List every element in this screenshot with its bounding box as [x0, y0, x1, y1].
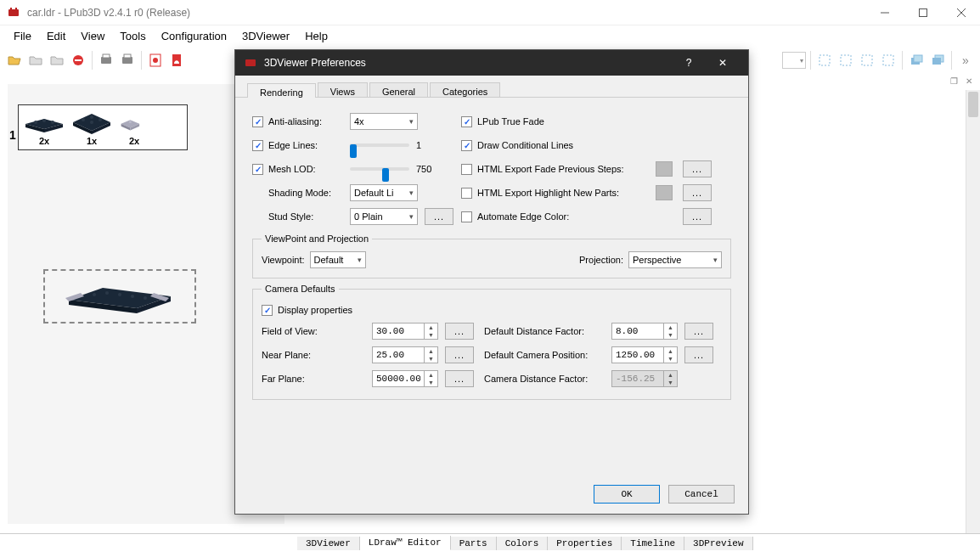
vertical-scrollbar[interactable]	[966, 90, 980, 533]
tab-general[interactable]: General	[369, 82, 428, 97]
fov-dots[interactable]: ...	[445, 323, 474, 340]
display-properties-checkbox[interactable]	[262, 305, 273, 316]
svg-rect-18	[883, 55, 893, 65]
anti-aliasing-select[interactable]: 4x	[350, 113, 418, 130]
tab-categories[interactable]: Categories	[430, 82, 500, 97]
edge-lines-value: 1	[416, 140, 421, 150]
tab-3dpreview[interactable]: 3DPreview	[684, 537, 752, 550]
dialog-body: Anti-aliasing: 4x LPub True Fade Edge Li…	[235, 98, 748, 417]
close-file-icon[interactable]	[48, 51, 66, 70]
tab-colors[interactable]: Colors	[497, 537, 549, 550]
dcp-dots[interactable]: ...	[684, 346, 713, 363]
fov-label: Field of View:	[262, 326, 372, 336]
pdf-export-icon[interactable]	[167, 51, 186, 70]
svg-rect-36	[245, 59, 256, 66]
stud-style-dots[interactable]: ...	[425, 208, 453, 225]
html-fade-prev-checkbox[interactable]	[461, 164, 472, 175]
menu-configuration[interactable]: Configuration	[155, 28, 234, 44]
html-highlight-label: HTML Export Highlight New Parts:	[477, 188, 656, 198]
html-highlight-dots[interactable]: ...	[683, 184, 712, 201]
print-preview-icon[interactable]	[97, 51, 115, 70]
shading-mode-select[interactable]: Default Li	[350, 184, 418, 201]
svg-rect-1	[10, 8, 12, 10]
html-highlight-color[interactable]	[656, 185, 673, 200]
tab-rendering[interactable]: Rendering	[247, 83, 316, 98]
automate-edge-dots[interactable]: ...	[683, 208, 712, 225]
part-qty: 2x	[39, 136, 49, 146]
parts-list[interactable]: 2x 1x 2x	[18, 104, 188, 150]
panel-close-icon[interactable]: ✕	[963, 75, 975, 87]
part-item: 2x	[117, 112, 151, 146]
mesh-lod-checkbox[interactable]	[252, 164, 263, 175]
lpub-true-fade-checkbox[interactable]	[461, 116, 472, 127]
view1-icon[interactable]	[815, 51, 834, 70]
far-dots[interactable]: ...	[445, 370, 474, 387]
svg-point-35	[144, 296, 147, 300]
dcp-input[interactable]: ▲▼	[611, 346, 678, 363]
mesh-lod-value: 750	[416, 164, 431, 174]
viewpoint-select[interactable]: Default	[310, 251, 366, 268]
draw-conditional-checkbox[interactable]	[461, 140, 472, 151]
menu-3dviewer[interactable]: 3DViewer	[235, 28, 296, 44]
print-icon[interactable]	[118, 51, 137, 70]
near-dots[interactable]: ...	[445, 346, 474, 363]
maximize-button[interactable]	[904, 0, 942, 25]
view2-icon[interactable]	[836, 51, 855, 70]
svg-point-14	[153, 58, 158, 63]
undock-icon[interactable]: ❐	[948, 75, 960, 87]
mesh-lod-slider[interactable]	[350, 161, 409, 177]
edge-lines-label: Edge Lines:	[268, 140, 350, 150]
svg-rect-8	[75, 59, 82, 61]
far-input[interactable]: ▲▼	[372, 370, 438, 387]
help-button[interactable]: ?	[672, 50, 706, 76]
menu-tools[interactable]: Tools	[113, 28, 152, 44]
draw-conditional-label: Draw Conditional Lines	[477, 140, 573, 150]
svg-rect-20	[914, 55, 922, 62]
ok-button[interactable]: OK	[594, 485, 660, 504]
app-icon	[7, 6, 20, 20]
view4-icon[interactable]	[879, 51, 898, 70]
near-input[interactable]: ▲▼	[372, 346, 438, 363]
menu-view[interactable]: View	[74, 28, 111, 44]
assembly-view[interactable]	[43, 269, 196, 324]
html-fade-prev-label: HTML Export Fade Previous Steps:	[477, 164, 656, 174]
color-selector[interactable]	[782, 52, 806, 69]
html-highlight-checkbox[interactable]	[461, 188, 472, 199]
menu-edit[interactable]: Edit	[40, 28, 72, 44]
anti-aliasing-checkbox[interactable]	[252, 116, 263, 127]
html-fade-color[interactable]	[656, 161, 673, 177]
dialog-titlebar[interactable]: 3DViewer Preferences ? ✕	[235, 50, 748, 76]
far-label: Far Plane:	[262, 374, 372, 384]
edge-lines-slider[interactable]	[350, 138, 409, 153]
dialog-close-button[interactable]: ✕	[706, 50, 740, 76]
close-button[interactable]	[942, 0, 980, 25]
edge-lines-checkbox[interactable]	[252, 140, 263, 151]
fov-input[interactable]: ▲▼	[372, 323, 438, 340]
menu-file[interactable]: File	[7, 28, 38, 44]
tab-parts[interactable]: Parts	[451, 537, 497, 550]
ddf-dots[interactable]: ...	[684, 323, 713, 340]
delete-icon[interactable]	[69, 51, 87, 70]
ddf-input[interactable]: ▲▼	[611, 323, 678, 340]
stud-style-select[interactable]: 0 Plain	[350, 208, 418, 225]
cancel-button[interactable]: Cancel	[668, 485, 735, 504]
html-fade-dots[interactable]: ...	[683, 160, 712, 177]
view3-icon[interactable]	[858, 51, 876, 70]
minimize-button[interactable]	[865, 0, 904, 25]
tab-3dviewer[interactable]: 3DViewer	[297, 537, 360, 550]
tab-timeline[interactable]: Timeline	[622, 537, 684, 550]
tab-views[interactable]: Views	[318, 82, 368, 97]
open-icon[interactable]	[5, 51, 24, 70]
automate-edge-checkbox[interactable]	[461, 211, 472, 222]
menu-help[interactable]: Help	[298, 28, 335, 44]
more-icon[interactable]: »	[956, 51, 975, 70]
save-icon[interactable]	[26, 51, 45, 70]
anti-aliasing-label: Anti-aliasing:	[268, 116, 350, 127]
tab-properties[interactable]: Properties	[548, 537, 622, 550]
svg-point-30	[129, 121, 132, 123]
tab-ldraw-editor[interactable]: LDraw™ Editor	[360, 536, 451, 550]
stack1-icon[interactable]	[907, 51, 926, 70]
projection-select[interactable]: Perspective	[628, 251, 722, 268]
stack2-icon[interactable]	[928, 51, 947, 70]
pdf-icon[interactable]	[146, 51, 165, 70]
